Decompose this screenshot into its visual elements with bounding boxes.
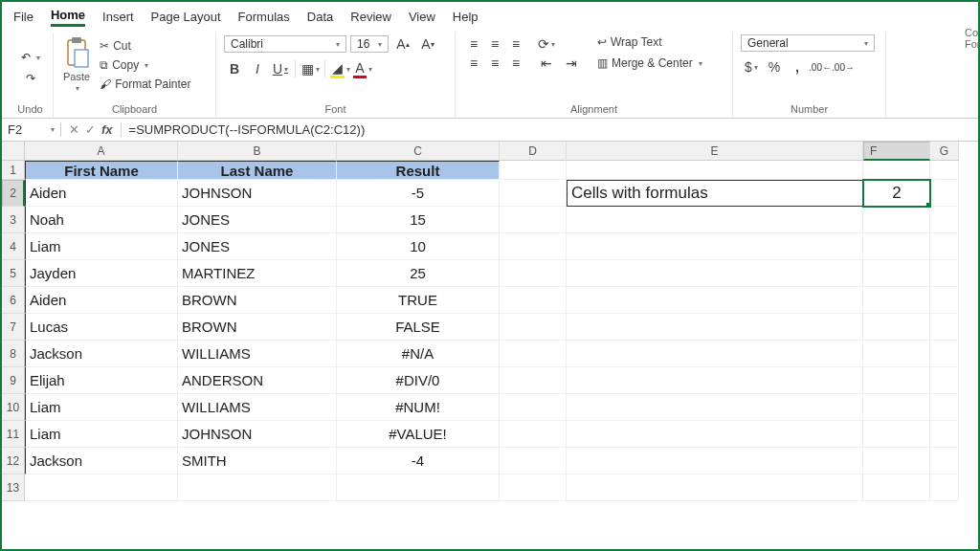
- font-color-button[interactable]: A▾: [352, 59, 373, 78]
- wrap-text-button[interactable]: ↩Wrap Text: [595, 34, 704, 50]
- cell-G8[interactable]: [930, 341, 959, 367]
- copy-button[interactable]: ⧉Copy▾: [98, 57, 192, 73]
- cell-F11[interactable]: [863, 421, 930, 448]
- cell-B1[interactable]: Last Name: [178, 161, 337, 180]
- redo-button[interactable]: ↷: [26, 72, 35, 85]
- cell-E12[interactable]: [567, 448, 863, 474]
- cell-A12[interactable]: Jackson: [25, 448, 178, 474]
- worksheet-grid[interactable]: 12345678910111213 ABCDEFG First NameLast…: [2, 142, 978, 551]
- cell-F3[interactable]: [863, 207, 930, 233]
- col-header-F[interactable]: F: [863, 142, 930, 161]
- font-size-select[interactable]: 16▾: [350, 35, 389, 53]
- cell-C6[interactable]: TRUE: [337, 287, 500, 314]
- align-bottom-button[interactable]: ≡: [505, 34, 526, 54]
- cell-E3[interactable]: [567, 207, 863, 233]
- cancel-formula-icon[interactable]: ✕: [69, 122, 79, 137]
- cell-F5[interactable]: [863, 260, 930, 287]
- menu-insert[interactable]: Insert: [102, 8, 134, 26]
- menu-page-layout[interactable]: Page Layout: [151, 8, 221, 26]
- row-header-6[interactable]: 6: [2, 287, 25, 314]
- cell-F1[interactable]: [863, 161, 930, 180]
- fx-icon[interactable]: fx: [101, 122, 113, 137]
- cell-B8[interactable]: WILLIAMS: [178, 341, 337, 367]
- cell-G6[interactable]: [930, 287, 959, 314]
- cell-C11[interactable]: #VALUE!: [337, 421, 500, 448]
- name-box[interactable]: F2▾: [2, 122, 61, 137]
- col-header-E[interactable]: E: [567, 142, 863, 161]
- cell-B9[interactable]: ANDERSON: [178, 367, 337, 394]
- increase-font-button[interactable]: A▴: [392, 34, 413, 54]
- comma-button[interactable]: ,: [787, 57, 808, 77]
- cell-C10[interactable]: #NUM!: [337, 394, 500, 421]
- menu-home[interactable]: Home: [51, 6, 85, 27]
- increase-decimal-button[interactable]: .00←: [810, 57, 831, 77]
- cell-A9[interactable]: Elijah: [25, 367, 178, 394]
- cell-G11[interactable]: [930, 421, 959, 448]
- cell-B12[interactable]: SMITH: [178, 448, 337, 474]
- formula-input[interactable]: =SUMPRODUCT(--ISFORMULA(C2:C12)): [122, 122, 978, 137]
- enter-formula-icon[interactable]: ✓: [85, 122, 96, 137]
- menu-data[interactable]: Data: [307, 8, 333, 26]
- borders-button[interactable]: ▦▾: [300, 59, 321, 78]
- align-left-button[interactable]: ≡: [463, 54, 484, 73]
- row-header-2[interactable]: 2: [2, 180, 25, 207]
- row-header-10[interactable]: 10: [2, 394, 25, 421]
- row-header-13[interactable]: 13: [2, 474, 25, 501]
- cell-E10[interactable]: [567, 394, 863, 421]
- cell-D3[interactable]: [500, 207, 567, 233]
- cell-G7[interactable]: [930, 314, 959, 341]
- orientation-button[interactable]: ⟳▾: [536, 34, 557, 54]
- decrease-font-button[interactable]: A▾: [417, 34, 438, 54]
- cell-D7[interactable]: [500, 314, 567, 341]
- row-header-3[interactable]: 3: [2, 207, 25, 233]
- cell-C12[interactable]: -4: [337, 448, 500, 474]
- row-header-12[interactable]: 12: [2, 448, 25, 474]
- paste-button[interactable]: Paste▾: [61, 34, 92, 95]
- cell-A8[interactable]: Jackson: [25, 341, 178, 367]
- cut-button[interactable]: ✂Cut: [98, 38, 192, 54]
- format-painter-button[interactable]: 🖌Format Painter: [98, 77, 192, 92]
- cell-F4[interactable]: [863, 233, 930, 260]
- percent-button[interactable]: %: [764, 57, 785, 77]
- cell-G10[interactable]: [930, 394, 959, 421]
- currency-button[interactable]: $▾: [741, 57, 762, 77]
- menu-review[interactable]: Review: [350, 8, 391, 26]
- row-header-9[interactable]: 9: [2, 367, 25, 394]
- cell-C8[interactable]: #N/A: [337, 341, 500, 367]
- cell-F10[interactable]: [863, 394, 930, 421]
- cell-G5[interactable]: [930, 260, 959, 287]
- cell-A1[interactable]: First Name: [25, 161, 178, 180]
- increase-indent-button[interactable]: ⇥: [561, 54, 582, 73]
- row-header-4[interactable]: 4: [2, 233, 25, 260]
- cell-B5[interactable]: MARTINEZ: [178, 260, 337, 287]
- cell-G12[interactable]: [930, 448, 959, 474]
- fill-color-button[interactable]: ◢▾: [329, 59, 350, 78]
- cell-D10[interactable]: [500, 394, 567, 421]
- decrease-decimal-button[interactable]: .00→: [833, 57, 854, 77]
- cell-D5[interactable]: [500, 260, 567, 287]
- undo-button[interactable]: ↶▾: [21, 51, 40, 64]
- cell-A3[interactable]: Noah: [25, 207, 178, 233]
- cell-D8[interactable]: [500, 341, 567, 367]
- number-format-select[interactable]: General▾: [741, 34, 875, 52]
- cell-G4[interactable]: [930, 233, 959, 260]
- cell-D6[interactable]: [500, 287, 567, 314]
- bold-button[interactable]: B: [224, 59, 245, 78]
- row-header-7[interactable]: 7: [2, 314, 25, 341]
- cell-F12[interactable]: [863, 448, 930, 474]
- cell-A7[interactable]: Lucas: [25, 314, 178, 341]
- cell-G2[interactable]: [930, 180, 959, 207]
- cell-F8[interactable]: [863, 341, 930, 367]
- col-header-A[interactable]: A: [25, 142, 178, 161]
- cell-D9[interactable]: [500, 367, 567, 394]
- cell-A11[interactable]: Liam: [25, 421, 178, 448]
- cell-C7[interactable]: FALSE: [337, 314, 500, 341]
- cell-A10[interactable]: Liam: [25, 394, 178, 421]
- cell-A13[interactable]: [25, 474, 178, 501]
- cell-B7[interactable]: BROWN: [178, 314, 337, 341]
- cell-E13[interactable]: [567, 474, 863, 501]
- cell-A2[interactable]: Aiden: [25, 180, 178, 207]
- cell-A4[interactable]: Liam: [25, 233, 178, 260]
- cell-A6[interactable]: Aiden: [25, 287, 178, 314]
- cell-D12[interactable]: [500, 448, 567, 474]
